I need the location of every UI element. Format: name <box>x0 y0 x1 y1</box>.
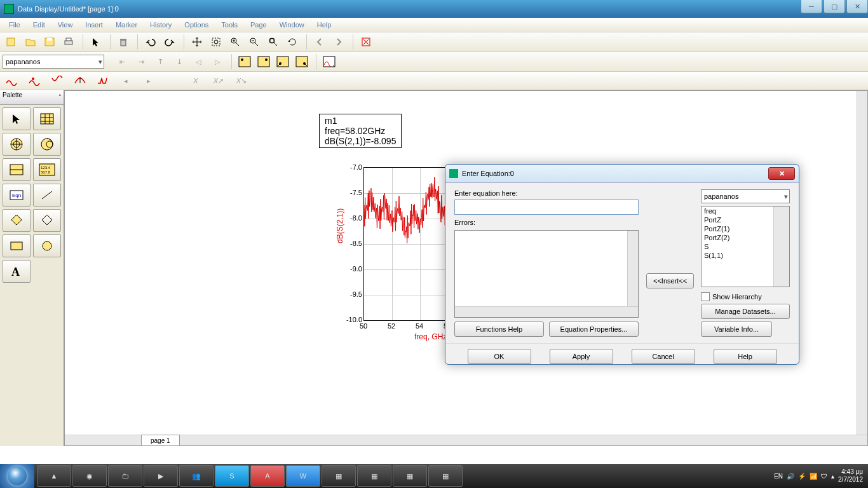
nav6-icon[interactable]: ▷ <box>208 53 226 70</box>
task-app2-icon[interactable]: ▦ <box>357 465 391 487</box>
maximize-button[interactable]: ▢ <box>824 0 845 13</box>
dialog-titlebar[interactable]: Enter Equation:0 ✕ <box>445 165 799 183</box>
grid3-icon[interactable] <box>274 53 292 70</box>
task-media-icon[interactable]: ▶ <box>144 465 178 487</box>
palette-eqn[interactable]: Eqn <box>3 184 31 207</box>
delete-icon[interactable] <box>114 34 132 50</box>
functions-help-button[interactable]: Functions Help <box>454 322 544 337</box>
zoom-rect-icon[interactable] <box>207 34 225 50</box>
print-icon[interactable] <box>60 34 78 50</box>
wave-icon[interactable] <box>320 53 338 70</box>
grid4-icon[interactable] <box>293 53 311 70</box>
grid2-icon[interactable] <box>255 53 273 70</box>
start-button[interactable] <box>0 464 34 488</box>
palette-rect[interactable] <box>3 234 31 257</box>
equation-properties-button[interactable]: Equation Properties... <box>549 322 639 337</box>
open-icon[interactable] <box>22 34 39 50</box>
menu-view[interactable]: View <box>51 20 79 30</box>
nav5-icon[interactable]: ◁ <box>189 53 207 70</box>
nav2-icon[interactable]: ⇥ <box>132 53 150 70</box>
manage-datasets-button[interactable]: Manage Datasets... <box>701 304 790 319</box>
close-button[interactable]: ✕ <box>846 0 868 13</box>
palette-circle[interactable] <box>33 234 61 257</box>
dialog-close-button[interactable]: ✕ <box>768 167 795 180</box>
task-skype-icon[interactable]: S <box>215 465 249 487</box>
tray-clock[interactable]: 4:43 μμ 2/7/2012 <box>838 468 863 484</box>
tray-chevron-icon[interactable]: ▴ <box>831 473 834 480</box>
task-app1-icon[interactable]: ▦ <box>322 465 356 487</box>
palette-line[interactable] <box>33 184 61 207</box>
menu-marker[interactable]: Marker <box>109 20 144 30</box>
palette-poly2[interactable] <box>33 209 61 232</box>
new-icon[interactable] <box>3 34 20 50</box>
tray-lang[interactable]: EN <box>774 473 783 480</box>
task-chrome-icon[interactable]: ◉ <box>72 465 107 487</box>
zoom-out-icon[interactable] <box>245 34 263 50</box>
task-msn-icon[interactable]: 👥 <box>179 465 214 487</box>
pointer-icon[interactable] <box>87 34 105 50</box>
system-tray[interactable]: EN 🔊 ⚡ 📶 🛡 ▴ 4:43 μμ 2/7/2012 <box>769 464 868 488</box>
insert-button[interactable]: <<Insert<< <box>646 273 694 288</box>
next-page-icon[interactable] <box>330 34 348 50</box>
menu-help[interactable]: Help <box>311 20 338 30</box>
marker4-icon[interactable] <box>71 72 89 89</box>
nav1-icon[interactable]: ⇤ <box>113 53 131 70</box>
nav3-icon[interactable]: ⤒ <box>151 53 169 70</box>
zoom-fit-icon[interactable] <box>264 34 282 50</box>
xmark3-icon[interactable]: X↘ <box>233 72 250 89</box>
ok-button[interactable]: OK <box>468 349 531 364</box>
redo-icon[interactable] <box>161 34 179 50</box>
task-pdf-icon[interactable]: A <box>250 465 285 487</box>
task-app3-icon[interactable]: ▦ <box>393 465 427 487</box>
task-word-icon[interactable]: W <box>286 465 320 487</box>
xmark2-icon[interactable]: X↗ <box>210 72 227 89</box>
help-button[interactable]: Help <box>714 349 777 364</box>
page-tab[interactable]: page 1 <box>141 435 180 445</box>
canvas-scrollbar-h[interactable] <box>65 435 867 445</box>
palette-undock-icon[interactable]: ▫ <box>58 92 61 103</box>
palette-text[interactable]: A <box>3 260 31 283</box>
close-display-icon[interactable] <box>357 34 375 50</box>
menu-insert[interactable]: Insert <box>79 20 109 30</box>
task-vlc-icon[interactable]: ▲ <box>37 465 71 487</box>
menu-window[interactable]: Window <box>273 20 311 30</box>
marker3-icon[interactable] <box>48 72 66 89</box>
marker-readout[interactable]: m1 freq=58.02GHz dB(S(2,1))=-8.095 <box>319 114 402 148</box>
save-icon[interactable] <box>41 34 58 50</box>
menu-file[interactable]: File <box>3 20 27 30</box>
task-explorer-icon[interactable]: 🗀 <box>108 465 142 487</box>
grid1-icon[interactable] <box>236 53 254 70</box>
xmark1-icon[interactable]: X <box>187 72 205 89</box>
marker2-icon[interactable] <box>25 72 43 89</box>
cancel-button[interactable]: Cancel <box>632 349 695 364</box>
apply-button[interactable]: Apply <box>550 349 613 364</box>
dialog-dataset-dropdown[interactable]: papananos <box>701 189 790 203</box>
palette-pointer[interactable] <box>3 107 31 130</box>
palette-poly1[interactable] <box>3 209 31 232</box>
errors-textarea[interactable] <box>454 230 639 318</box>
pan-icon[interactable] <box>188 34 206 50</box>
tray-icon[interactable]: 📶 <box>810 473 817 480</box>
equation-input[interactable] <box>454 200 639 215</box>
show-hierarchy-checkbox[interactable]: Show Hierarchy <box>701 292 790 301</box>
marker6-icon[interactable]: ◂ <box>117 72 135 89</box>
tray-icon[interactable]: 🛡 <box>821 473 827 480</box>
scrollbar-icon[interactable] <box>627 231 638 317</box>
canvas-scrollbar-v[interactable] <box>857 91 867 445</box>
scrollbar-icon[interactable] <box>455 306 638 317</box>
minimize-button[interactable]: ─ <box>801 0 822 13</box>
menu-tools[interactable]: Tools <box>215 20 244 30</box>
menu-page[interactable]: Page <box>244 20 273 30</box>
menu-options[interactable]: Options <box>178 20 215 30</box>
palette-stack[interactable] <box>3 158 31 181</box>
marker1-icon[interactable] <box>3 72 20 89</box>
tray-icon[interactable]: ⚡ <box>798 473 806 480</box>
variables-listbox[interactable]: freq PortZ PortZ(1) PortZ(2) S S(1,1) <box>701 206 790 287</box>
palette-smith[interactable] <box>33 133 61 156</box>
menu-history[interactable]: History <box>144 20 178 30</box>
palette-polar[interactable] <box>3 133 31 156</box>
nav4-icon[interactable]: ⤓ <box>170 53 188 70</box>
zoom-in-icon[interactable] <box>226 34 244 50</box>
task-app4-icon[interactable]: ▦ <box>428 465 463 487</box>
menu-edit[interactable]: Edit <box>27 20 51 30</box>
